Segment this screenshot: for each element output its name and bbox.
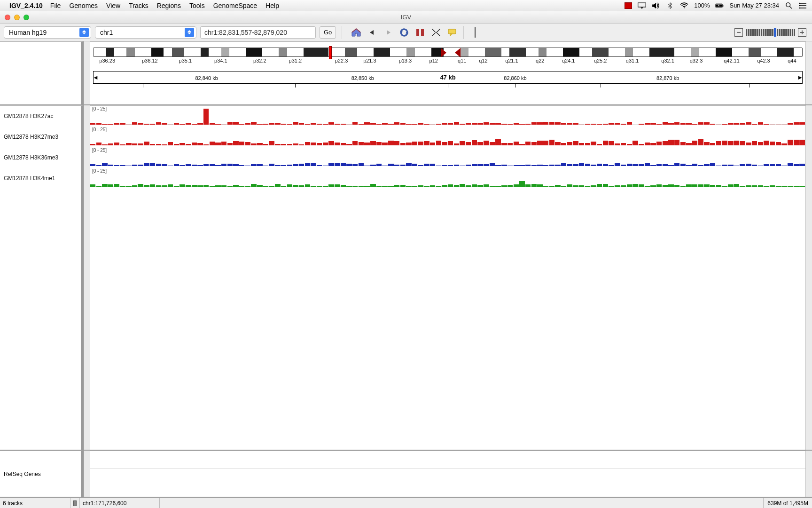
svg-point-15 [799, 7, 801, 8]
svg-marker-1 [640, 7, 643, 8]
refseq-name[interactable]: RefSeq Genes [0, 451, 84, 497]
refseq-panel: RefSeq Genes [0, 451, 812, 498]
svg-point-8 [786, 2, 790, 7]
genome-value: Human hg19 [9, 29, 47, 36]
close-button[interactable] [5, 15, 10, 20]
svg-line-9 [790, 6, 792, 8]
window-title: IGV [401, 14, 411, 21]
zoom-ticks[interactable] [746, 28, 795, 37]
zoom-out-button[interactable]: − [734, 28, 743, 37]
locus-input[interactable] [200, 26, 316, 39]
menu-tools[interactable]: Tools [189, 2, 205, 9]
minimize-button[interactable] [14, 15, 20, 20]
track-data[interactable]: [0 - 25] [90, 106, 805, 127]
volume-icon[interactable] [652, 2, 660, 9]
svg-rect-0 [638, 3, 646, 7]
home-icon[interactable] [350, 26, 363, 39]
svg-rect-5 [723, 5, 724, 7]
svg-point-28 [436, 32, 437, 33]
svg-marker-19 [387, 30, 390, 35]
content-area: p36.23p36.12p35.1p34.1p32.2p31.2p22.3p21… [0, 41, 812, 498]
track-data[interactable]: [0 - 25] [90, 147, 805, 168]
zoom-slider[interactable]: − + [734, 28, 806, 37]
refresh-icon[interactable] [398, 26, 411, 39]
cursor-marker-icon [468, 26, 482, 39]
toolbar: Human hg19 chr1 Go − + [0, 24, 812, 41]
bluetooth-icon[interactable] [666, 2, 674, 9]
menu-extras-icon[interactable] [799, 2, 807, 9]
menu-view[interactable]: View [106, 2, 120, 9]
svg-line-24 [432, 29, 435, 32]
svg-line-25 [437, 29, 440, 32]
refseq-line [90, 468, 805, 468]
genome-select[interactable]: Human hg19 [4, 26, 91, 39]
divider [342, 26, 342, 39]
fit-icon[interactable] [429, 26, 443, 39]
battery-pct: 100% [694, 2, 710, 9]
go-button[interactable]: Go [320, 26, 336, 39]
track-name[interactable]: GM12878 H3K4me1 [0, 168, 81, 189]
chromosome-select[interactable]: chr1 [95, 26, 196, 39]
svg-rect-23 [421, 29, 424, 36]
wifi-icon[interactable] [680, 2, 688, 9]
track-name[interactable]: GM12878 H3K27ac [0, 106, 81, 127]
status-memory[interactable]: 639M of 1,495M [763, 498, 812, 508]
back-icon[interactable] [366, 26, 379, 39]
app-name[interactable]: IGV_2.4.10 [9, 2, 43, 9]
comment-icon[interactable] [445, 26, 459, 39]
header-data-col[interactable]: p36.23p36.12p35.1p34.1p32.2p31.2p22.3p21… [90, 41, 805, 104]
menu-regions[interactable]: Regions [157, 2, 181, 9]
position-ruler[interactable]: 82,840 kb82,850 kb82,860 kb82,870 kb [93, 83, 803, 96]
ideogram-labels: p36.23p36.12p35.1p34.1p32.2p31.2p22.3p21… [93, 58, 803, 64]
svg-line-27 [437, 33, 440, 36]
svg-marker-30 [450, 34, 453, 36]
menu-genomes[interactable]: Genomes [69, 2, 98, 9]
menu-help[interactable]: Help [265, 2, 279, 9]
track-name[interactable]: GM12878 H3K36me3 [0, 147, 81, 168]
menu-genomespace[interactable]: GenomeSpace [213, 2, 257, 9]
status-indicator [70, 498, 80, 508]
statusbar: 6 tracks chr1:171,726,600 639M of 1,495M [0, 498, 812, 508]
divider [463, 26, 464, 39]
svg-point-13 [799, 2, 801, 4]
zoom-in-button[interactable]: + [798, 28, 806, 37]
svg-point-14 [799, 5, 801, 6]
track-data-col[interactable]: [0 - 25][0 - 25][0 - 25][0 - 25] [90, 105, 805, 450]
window-titlebar[interactable]: IGV [0, 11, 812, 24]
tracks-panel: GM12878 H3K27acGM12878 H3K27me3GM12878 H… [0, 105, 812, 451]
forward-icon[interactable] [382, 26, 395, 39]
status-track-count: 6 tracks [0, 498, 70, 508]
track-names-col[interactable]: GM12878 H3K27acGM12878 H3K27me3GM12878 H… [0, 105, 84, 450]
svg-rect-22 [416, 29, 419, 36]
svg-marker-16 [352, 29, 360, 36]
chevron-updown-icon [185, 28, 194, 37]
zoom-button[interactable] [23, 15, 29, 20]
header-names-col [0, 41, 84, 104]
region-icon[interactable] [414, 26, 427, 39]
ideogram[interactable] [93, 48, 803, 57]
chromosome-value: chr1 [100, 29, 113, 36]
track-data[interactable]: [0 - 25] [90, 168, 805, 189]
chevron-updown-icon [79, 28, 89, 37]
battery-icon[interactable] [715, 2, 724, 9]
record-icon[interactable] [625, 2, 632, 9]
svg-marker-2 [652, 2, 656, 8]
status-hover-pos: chr1:171,726,600 [80, 498, 160, 508]
track-data[interactable]: [0 - 25] [90, 127, 805, 147]
refseq-data[interactable] [90, 451, 805, 497]
track-name[interactable]: GM12878 H3K27me3 [0, 127, 81, 147]
menu-tracks[interactable]: Tracks [129, 2, 148, 9]
svg-marker-18 [370, 30, 374, 35]
spotlight-icon[interactable] [785, 2, 793, 9]
macos-menubar: IGV_2.4.10 File Genomes View Tracks Regi… [0, 0, 812, 11]
svg-point-3 [684, 7, 685, 8]
airplay-icon[interactable] [638, 2, 646, 9]
clock[interactable]: Sun May 27 23:34 [729, 2, 779, 9]
header-panel: p36.23p36.12p35.1p34.1p32.2p31.2p22.3p21… [0, 41, 812, 105]
span-label: 47 kb [440, 74, 455, 81]
menu-file[interactable]: File [50, 2, 61, 9]
svg-line-26 [432, 33, 435, 36]
svg-rect-29 [448, 29, 456, 34]
